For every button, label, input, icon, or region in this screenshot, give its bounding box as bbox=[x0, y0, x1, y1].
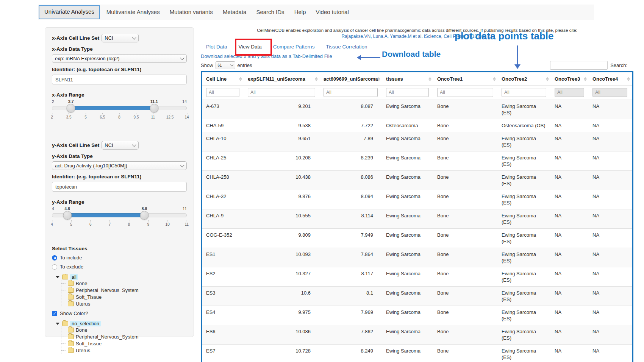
column-filter-input-oncotree3[interactable] bbox=[555, 88, 584, 97]
tab-view-data[interactable]: View Data bbox=[239, 44, 262, 50]
tree-node-no-selection[interactable]: no_selection bbox=[56, 321, 187, 326]
x-range-handle-high[interactable] bbox=[150, 104, 158, 112]
nav-item-help[interactable]: Help bbox=[289, 5, 311, 19]
column-header-oncotree1[interactable]: OncoTree1 bbox=[433, 72, 498, 86]
table-cell: Ewing Sarcoma bbox=[382, 171, 433, 190]
column-header-oncotree3[interactable]: OncoTree3 bbox=[551, 72, 589, 86]
x-axis-cell-line-set-label: x-Axis Cell Line Set bbox=[52, 35, 99, 41]
show-color-checkbox[interactable]: Show Color? bbox=[52, 311, 187, 316]
chevron-down-icon bbox=[132, 142, 136, 147]
x-axis-cell-line-set-select[interactable]: NCI bbox=[102, 34, 139, 42]
tree-node-bone[interactable]: Bone bbox=[61, 326, 187, 333]
table-cell: 10.6 bbox=[244, 287, 320, 306]
slider-tick-label: 14 bbox=[184, 113, 189, 119]
column-filter-input-tissues[interactable] bbox=[386, 88, 429, 97]
table-cell: Ewing Sarcoma (ES) bbox=[498, 325, 551, 345]
tree-node-uterus[interactable]: Uterus bbox=[61, 347, 187, 354]
table-cell: 10.728 bbox=[244, 345, 320, 362]
radio-checked-icon bbox=[52, 255, 57, 261]
nav-item-video-tutorial[interactable]: Video tutorial bbox=[311, 5, 353, 19]
table-cell: CHLA-25 bbox=[202, 151, 244, 171]
tree-node-bone[interactable]: Bone bbox=[61, 280, 187, 287]
tissues-exclude-radio[interactable]: To exclude bbox=[52, 264, 187, 270]
filter-cell bbox=[244, 86, 320, 100]
tissues-include-radio[interactable]: To include bbox=[52, 255, 187, 261]
tab-plot-data[interactable]: Plot Data bbox=[206, 44, 227, 50]
slider-tick-label: 10 bbox=[166, 220, 170, 226]
column-header-oncotree2[interactable]: OncoTree2 bbox=[498, 72, 551, 86]
column-filter-input-oncotree4[interactable] bbox=[592, 88, 627, 97]
column-header-oncotree4[interactable]: OncoTree4 bbox=[589, 72, 632, 86]
nav-item-metadata[interactable]: Metadata bbox=[218, 5, 252, 19]
table-cell: 10.327 bbox=[244, 267, 320, 287]
table-cell: Ewing Sarcoma (ES) bbox=[498, 190, 551, 209]
table-cell: Ewing Sarcoma (ES) bbox=[498, 248, 551, 267]
tree-node-soft-tissue[interactable]: Soft_Tissue bbox=[61, 340, 187, 347]
tree-node-label: Bone bbox=[76, 281, 87, 286]
table-cell: CHA-59 bbox=[202, 119, 244, 132]
sort-icons bbox=[493, 77, 496, 81]
tree-node-peripheral-nervous-system[interactable]: Peripheral_Nervous_System bbox=[61, 333, 187, 340]
column-header-act609699-unisarcoma[interactable]: act609699_uniSarcoma bbox=[320, 72, 382, 86]
table-cell: Ewing Sarcoma bbox=[382, 345, 433, 362]
citation-link[interactable]: Rajapakse.VN, Luna.A, Yamade.M et al. iS… bbox=[201, 34, 633, 39]
tab-compare-patterns[interactable]: Compare Patterns bbox=[273, 44, 315, 50]
tissues-include-label: To include bbox=[60, 255, 82, 261]
y-range-handle-low[interactable] bbox=[63, 211, 72, 220]
tree-node-soft-tissue[interactable]: Soft_Tissue bbox=[61, 293, 187, 300]
nav-item-univariate-analyses[interactable]: Univariate Analyses bbox=[39, 5, 100, 19]
y-axis-data-type-select[interactable]: act: Drug Activity (-log10[IC50M]) bbox=[52, 161, 187, 170]
data-points-table: Cell LineexpSLFN11_uniSarcomaact609699_u… bbox=[201, 71, 633, 362]
table-cell: NA bbox=[589, 287, 632, 306]
y-axis-cell-line-set-select[interactable]: NCI bbox=[102, 141, 139, 150]
column-filter-input-oncotree1[interactable] bbox=[437, 88, 493, 97]
nav-item-search-ids[interactable]: Search IDs bbox=[251, 5, 289, 19]
column-header-expslfn11-unisarcoma[interactable]: expSLFN11_uniSarcoma bbox=[244, 72, 320, 86]
table-cell: Bone bbox=[433, 119, 498, 132]
column-header-label: OncoTree4 bbox=[592, 76, 618, 82]
download-table-annotation: Download table bbox=[382, 50, 441, 59]
search-input[interactable] bbox=[550, 61, 608, 70]
column-filter-input-oncotree2[interactable] bbox=[502, 88, 546, 97]
column-filter-input-cell-line[interactable] bbox=[206, 88, 239, 97]
nav-item-mutation-variants[interactable]: Mutation variants bbox=[165, 5, 218, 19]
slider-tick-label: 4 bbox=[51, 220, 53, 226]
column-filter-input-act609699-unisarcoma[interactable] bbox=[324, 88, 378, 97]
table-cell: Bone bbox=[433, 325, 498, 345]
table-cell: ES3 bbox=[202, 287, 244, 306]
tree-node-label: Uterus bbox=[76, 348, 90, 353]
tree-node-all[interactable]: all bbox=[56, 274, 187, 280]
tab-tissue-correlation[interactable]: Tissue Correlation bbox=[326, 44, 367, 50]
table-cell: 8.249 bbox=[320, 345, 382, 362]
y-axis-data-type-value: act: Drug Activity (-log10[IC50M]) bbox=[55, 163, 127, 169]
download-tab-delimited-link[interactable]: Download selected x and y axis data as a… bbox=[201, 53, 332, 59]
left-arrow-annotation bbox=[357, 55, 380, 60]
tree-node-uterus[interactable]: Uterus bbox=[61, 300, 187, 307]
table-cell: Bone bbox=[433, 287, 498, 306]
table-cell: 10.555 bbox=[244, 209, 320, 229]
table-cell: Ewing Sarcoma (ES) bbox=[498, 287, 551, 306]
slider-high-value: 11.1 bbox=[150, 99, 158, 104]
column-filter-input-expslfn11-unisarcoma[interactable] bbox=[248, 88, 315, 97]
tree-node-peripheral-nervous-system[interactable]: Peripheral_Nervous_System bbox=[61, 287, 187, 293]
x-axis-data-type-select[interactable]: exp: mRNA Expression (log2) bbox=[52, 54, 187, 63]
column-header-cell-line[interactable]: Cell Line bbox=[202, 72, 244, 86]
radio-unchecked-icon bbox=[52, 264, 57, 270]
x-axis-identifier-input[interactable] bbox=[52, 75, 187, 84]
table-row: CHLA-25810.4388.086Ewing SarcomaBoneEwin… bbox=[202, 171, 632, 190]
y-range-handle-high[interactable] bbox=[140, 211, 149, 220]
y-axis-identifier-input[interactable] bbox=[52, 182, 187, 192]
table-cell: NA bbox=[589, 132, 632, 151]
tissue-include-tree: allBonePeripheral_Nervous_SystemSoft_Tis… bbox=[56, 274, 187, 307]
tree-collapse-icon[interactable] bbox=[56, 276, 59, 278]
table-row: ES610.0867.862Ewing SarcomaBoneEwing Sar… bbox=[202, 325, 632, 345]
column-header-tissues[interactable]: tissues bbox=[382, 72, 433, 86]
sort-icons bbox=[377, 77, 380, 81]
slider-fill bbox=[71, 106, 155, 110]
tree-collapse-icon[interactable] bbox=[56, 323, 59, 325]
table-cell: Ewing Sarcoma (ES) bbox=[498, 171, 551, 190]
tree-connector bbox=[61, 283, 66, 284]
entries-count-select[interactable]: 61 bbox=[216, 61, 235, 69]
x-range-handle-low[interactable] bbox=[67, 104, 75, 112]
nav-item-multivariate-analyses[interactable]: Multivariate Analyses bbox=[102, 5, 165, 19]
